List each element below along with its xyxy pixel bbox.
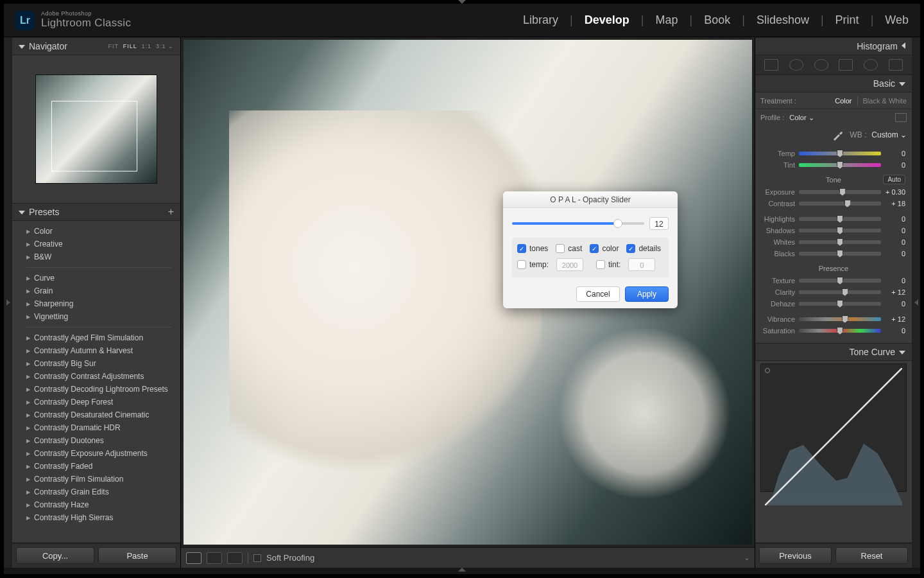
section-label: ToneAuto	[762, 176, 905, 184]
before-after-tb-button[interactable]	[227, 552, 243, 564]
temp-checkbox[interactable]: temp:	[517, 260, 549, 269]
dialog-options: ✓tones cast ✓color ✓details temp: 2000 t…	[512, 238, 669, 277]
saturation-slider-row: Saturation0	[762, 325, 905, 337]
module-slideshow[interactable]: Slideshow	[757, 13, 809, 27]
highlights-slider[interactable]	[799, 217, 881, 221]
redeye-tool-icon[interactable]	[814, 59, 828, 71]
preset-folder[interactable]: ▶Contrastly Decoding Lightroom Presets	[12, 383, 180, 396]
preset-folder[interactable]: ▶Creative	[12, 238, 180, 250]
paste-button[interactable]: Paste	[98, 547, 176, 564]
basic-header[interactable]: Basic	[755, 74, 912, 92]
preset-folder[interactable]: ▶Contrastly Deep Forest	[12, 396, 180, 408]
preset-folder[interactable]: ▶Contrastly Contrast Adjustments	[12, 370, 180, 383]
tone-curve-header[interactable]: Tone Curve	[755, 343, 912, 361]
clarity-slider[interactable]	[799, 290, 881, 294]
preset-folder[interactable]: ▶Contrastly Autumn & Harvest	[12, 344, 180, 357]
preset-folder[interactable]: ▶Contrastly Grain Edits	[12, 486, 180, 498]
crop-tool-icon[interactable]	[764, 59, 778, 71]
previous-button[interactable]: Previous	[759, 547, 832, 564]
preset-folder[interactable]: ▶Contrastly Aged Film Simulation	[12, 331, 180, 344]
loupe-view-button[interactable]	[186, 552, 201, 564]
module-develop[interactable]: Develop	[585, 13, 629, 27]
opacity-slider[interactable]	[512, 222, 644, 225]
treatment-bw[interactable]: Black & White	[858, 97, 912, 105]
shadows-slider[interactable]	[799, 229, 881, 232]
preset-folder[interactable]: ▶Contrastly Big Sur	[12, 357, 180, 370]
top-grip[interactable]	[458, 0, 466, 4]
module-print[interactable]: Print	[835, 13, 859, 27]
preset-folder[interactable]: ▶Contrastly High Sierras	[12, 511, 180, 524]
toolbar-menu-icon[interactable]: ⌄	[744, 554, 749, 561]
color-checkbox[interactable]: ✓color	[590, 244, 619, 253]
preset-folder[interactable]: ▶Curve	[12, 272, 180, 285]
texture-slider[interactable]	[799, 279, 881, 283]
bottom-grip[interactable]	[4, 568, 920, 574]
auto-button[interactable]: Auto	[883, 175, 905, 184]
treatment-color[interactable]: Color	[830, 97, 857, 105]
module-map[interactable]: Map	[655, 13, 678, 27]
vibrance-slider[interactable]	[799, 317, 881, 321]
temp-field[interactable]: 2000	[556, 258, 583, 271]
details-checkbox[interactable]: ✓details	[626, 244, 661, 253]
chevron-right-icon: ▶	[26, 361, 30, 367]
dehaze-slider[interactable]	[799, 302, 881, 306]
eyedropper-icon[interactable]	[832, 128, 844, 141]
preset-folder[interactable]: ▶Contrastly Haze	[12, 498, 180, 511]
blacks-slider[interactable]	[799, 252, 881, 256]
module-library[interactable]: Library	[523, 13, 558, 27]
preset-folder[interactable]: ▶Sharpening	[12, 297, 180, 310]
wb-dropdown[interactable]: Custom ⌄	[871, 130, 907, 139]
histogram-header[interactable]: Histogram	[755, 37, 912, 55]
contrast-slider[interactable]	[799, 202, 881, 206]
navigator-header[interactable]: Navigator FIT FILL 1:1 3:1 ⌄	[12, 37, 180, 55]
whites-slider[interactable]	[799, 240, 881, 244]
chevron-right-icon: ▶	[26, 314, 30, 320]
preset-folder[interactable]: ▶Color	[12, 225, 180, 238]
preset-folder[interactable]: ▶Vignetting	[12, 310, 180, 323]
image-canvas[interactable]: O P A L - Opacity Slider 12 ✓tones	[184, 40, 752, 545]
apply-button[interactable]: Apply	[625, 286, 669, 302]
navigator-title: Navigator	[29, 41, 67, 51]
preset-folder[interactable]: ▶B&W	[12, 250, 180, 263]
texture-slider-row: Texture0	[762, 275, 905, 286]
left-rail[interactable]	[4, 37, 12, 568]
copy-button[interactable]: Copy...	[16, 547, 94, 564]
exposure-slider[interactable]	[799, 190, 881, 194]
slider-thumb[interactable]	[613, 219, 622, 228]
right-rail[interactable]	[912, 37, 920, 568]
adjustment-brush-icon[interactable]	[889, 59, 903, 71]
highlights-label: Highlights	[762, 215, 799, 223]
preset-folder[interactable]: ▶Contrastly Duotones	[12, 434, 180, 447]
saturation-slider[interactable]	[799, 329, 881, 333]
presets-list[interactable]: ▶Color▶Creative▶B&W▶Curve▶Grain▶Sharpeni…	[12, 221, 180, 543]
navigator-zoom-options[interactable]: FIT FILL 1:1 3:1 ⌄	[108, 43, 174, 49]
preset-folder[interactable]: ▶Contrastly Dramatic HDR	[12, 421, 180, 434]
preset-folder[interactable]: ▶Contrastly Faded	[12, 460, 180, 473]
presets-header[interactable]: Presets +	[12, 203, 180, 221]
cast-checkbox[interactable]: cast	[556, 244, 582, 253]
navigator-preview[interactable]	[12, 55, 180, 203]
tone-curve-graph[interactable]	[760, 363, 907, 492]
cancel-button[interactable]: Cancel	[576, 286, 620, 302]
soft-proofing-checkbox[interactable]	[253, 554, 261, 562]
tint-checkbox[interactable]: tint:	[596, 260, 620, 269]
preset-folder[interactable]: ▶Contrastly Film Simulation	[12, 473, 180, 486]
spot-removal-icon[interactable]	[789, 59, 803, 71]
opacity-value-field[interactable]: 12	[649, 217, 669, 230]
temp-slider[interactable]	[799, 152, 881, 155]
tint-slider[interactable]	[799, 163, 881, 167]
module-book[interactable]: Book	[704, 13, 730, 27]
preset-folder[interactable]: ▶Grain	[12, 285, 180, 297]
preset-folder[interactable]: ▶Contrastly Exposure Adjustments	[12, 447, 180, 460]
reset-button[interactable]: Reset	[835, 547, 908, 564]
tint-field[interactable]: 0	[628, 258, 655, 271]
tones-checkbox[interactable]: ✓tones	[517, 244, 548, 253]
graduated-filter-icon[interactable]	[839, 59, 853, 71]
profile-dropdown[interactable]: Color ⌄	[789, 114, 890, 122]
radial-filter-icon[interactable]	[864, 59, 878, 71]
before-after-lr-button[interactable]	[207, 552, 222, 564]
preset-folder[interactable]: ▶Contrastly Desaturated Cinematic	[12, 408, 180, 421]
module-web[interactable]: Web	[885, 13, 909, 27]
add-preset-icon[interactable]: +	[168, 206, 174, 218]
profile-browser-icon[interactable]	[895, 113, 907, 122]
